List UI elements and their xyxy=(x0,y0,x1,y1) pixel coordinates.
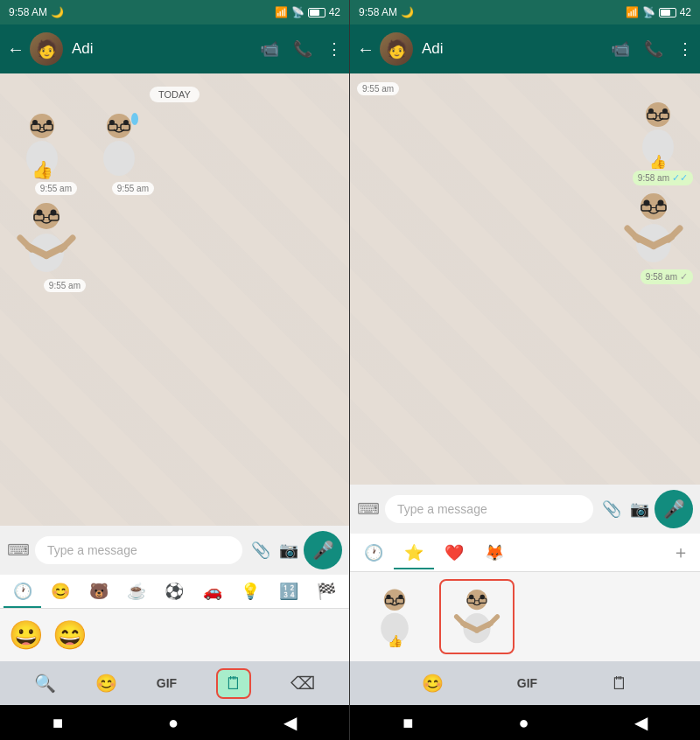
left-message-input[interactable]: Type a message xyxy=(35,536,242,564)
status-time-left: 9:58 AM 🌙 xyxy=(9,6,64,18)
left-avatar[interactable]: 🧑 xyxy=(30,32,63,66)
left-keyboard-icon[interactable]: ⌨ xyxy=(7,541,30,560)
left-chat-header: ← 🧑 Adi 📹 📞 ⋮ xyxy=(0,24,349,73)
emoji-tab-food[interactable]: ☕ xyxy=(117,575,155,608)
emoji-tab-symbols[interactable]: 🔢 xyxy=(270,575,307,608)
svg-point-27 xyxy=(646,102,670,127)
right-nav-bar: ■ ● ◀ xyxy=(350,705,700,740)
sticker-tab-recent[interactable]: 🕐 xyxy=(354,536,394,569)
svg-line-26 xyxy=(61,238,73,249)
right-phone-icon[interactable]: 📞 xyxy=(644,39,663,59)
right-battery-box xyxy=(659,8,676,17)
right-message-input[interactable]: Type a message xyxy=(385,495,593,523)
right-avatar[interactable]: 🧑 xyxy=(380,32,413,66)
left-kb-sticker[interactable]: 🗒 xyxy=(216,668,251,699)
right-phone-panel: 9:58 AM 🌙 📶 📡 42 ← 🧑 Adi 📹 📞 ⋮ 9:55 xyxy=(350,0,700,740)
emoji-tab-recent[interactable]: 🕐 xyxy=(4,575,41,608)
right-wifi-icon: 📶 xyxy=(626,6,639,18)
left-time-3: 9:55 am xyxy=(44,279,86,292)
emoji-tab-objects[interactable]: 💡 xyxy=(232,575,270,608)
left-kb-backspace[interactable]: ⌫ xyxy=(290,673,315,694)
right-kb-gif[interactable]: GIF xyxy=(517,676,537,690)
left-time: 9:58 AM xyxy=(9,6,47,18)
svg-point-0 xyxy=(30,114,54,138)
right-sticker-item-1[interactable]: 👍 xyxy=(357,579,432,654)
left-nav-square[interactable]: ■ xyxy=(52,713,63,733)
left-video-call-icon[interactable]: 📹 xyxy=(260,39,279,59)
emoji-beaming[interactable]: 😄 xyxy=(51,616,89,654)
left-more-icon[interactable]: ⋮ xyxy=(326,39,342,59)
left-bottom-keyboard: 🔍 😊 GIF 🗒 ⌫ xyxy=(0,661,349,705)
sticker-tab-star[interactable]: ⭐ xyxy=(394,536,434,569)
avatar-image: 🧑 xyxy=(30,32,63,66)
emoji-tab-sports[interactable]: ⚽ xyxy=(156,575,193,608)
left-status-bar: 9:58 AM 🌙 📶 📡 42 xyxy=(0,0,349,24)
left-kb-search[interactable]: 🔍 xyxy=(34,673,56,694)
right-time-sent-1: 9:58 am ✓✓ xyxy=(633,171,693,185)
right-sticker-item-2[interactable] xyxy=(439,579,514,654)
right-attach-icon[interactable]: 📎 xyxy=(602,499,621,519)
right-kb-emoji[interactable]: 😊 xyxy=(422,673,444,694)
left-emoji-grid: 😀 😄 xyxy=(0,609,349,661)
right-status-icons: 📶 📡 42 xyxy=(626,6,691,18)
wifi-icon: 📶 xyxy=(275,6,288,18)
emoji-tab-smiley[interactable]: 😊 xyxy=(41,575,79,608)
sticker-tab-fox[interactable]: 🦊 xyxy=(474,536,514,569)
sticker-tab-heart[interactable]: ❤️ xyxy=(434,536,474,569)
left-kb-emoji[interactable]: 😊 xyxy=(95,673,117,694)
left-attach-icon[interactable]: 📎 xyxy=(251,541,270,560)
right-chat-area: 9:55 am 👍 9:58 am ✓✓ xyxy=(350,73,700,485)
right-nav-circle[interactable]: ● xyxy=(518,713,528,733)
right-battery-fill xyxy=(661,10,670,16)
right-camera-icon[interactable]: 📷 xyxy=(630,499,649,519)
right-nav-back[interactable]: ◀ xyxy=(634,712,648,733)
right-sticker-shrug xyxy=(614,189,693,268)
left-nav-back[interactable]: ◀ xyxy=(284,712,297,733)
right-avatar-image: 🧑 xyxy=(380,32,413,66)
right-contact-name[interactable]: Adi xyxy=(422,40,611,58)
left-sticker-row-1: 👍 9:55 am xyxy=(7,110,154,195)
time-text-1: 9:55 am xyxy=(40,184,72,193)
emoji-tab-animal[interactable]: 🐻 xyxy=(80,575,117,608)
right-battery-pct: 42 xyxy=(680,6,691,18)
left-back-button[interactable]: ← xyxy=(7,39,24,59)
left-phone-icon[interactable]: 📞 xyxy=(293,39,312,59)
right-sticker-grid: 👍 xyxy=(350,572,700,661)
right-bottom-keyboard: 😊 GIF 🗒 xyxy=(350,661,700,705)
right-signal-icon: 📡 xyxy=(642,6,655,18)
left-contact-name[interactable]: Adi xyxy=(72,40,260,58)
svg-text:👍: 👍 xyxy=(388,634,403,647)
svg-line-25 xyxy=(20,238,32,249)
emoji-tab-flags[interactable]: 🏁 xyxy=(308,575,346,608)
svg-point-9 xyxy=(103,141,135,176)
left-mic-button[interactable]: 🎤 xyxy=(304,531,342,569)
right-input-placeholder: Type a message xyxy=(397,502,487,516)
left-header-icons: 📹 📞 ⋮ xyxy=(260,39,342,59)
right-sticker-thumbs: 👍 xyxy=(623,99,693,169)
right-nav-square[interactable]: ■ xyxy=(402,713,413,733)
left-nav-bar: ■ ● ◀ xyxy=(0,705,349,740)
emoji-tab-travel[interactable]: 🚗 xyxy=(193,575,231,608)
right-video-call-icon[interactable]: 📹 xyxy=(611,39,630,59)
right-header-icons: 📹 📞 ⋮ xyxy=(611,39,693,59)
sticker-thumbsup: 👍 xyxy=(7,110,77,180)
sticker-shrug xyxy=(7,199,86,277)
sticker-sweat xyxy=(84,110,154,180)
right-check-1: ✓✓ xyxy=(672,172,688,184)
svg-point-16 xyxy=(33,203,60,229)
left-camera-icon[interactable]: 📷 xyxy=(279,541,298,560)
right-mic-button[interactable]: 🎤 xyxy=(654,490,693,528)
right-keyboard-icon[interactable]: ⌨ xyxy=(357,499,380,519)
sticker-add-pack[interactable]: ＋ xyxy=(665,534,696,571)
left-nav-circle[interactable]: ● xyxy=(168,713,178,733)
time-text-2: 9:55 am xyxy=(117,184,149,193)
right-msg-sent-1: 👍 9:58 am ✓✓ xyxy=(623,99,693,185)
left-kb-gif[interactable]: GIF xyxy=(157,676,177,690)
right-time-sent-2: 9:58 am ✓ xyxy=(640,269,693,284)
emoji-grinning[interactable]: 😀 xyxy=(7,616,46,654)
right-more-icon[interactable]: ⋮ xyxy=(677,39,693,59)
right-sent-time-1: 9:58 am xyxy=(638,173,669,183)
right-back-button[interactable]: ← xyxy=(357,39,374,59)
right-kb-sticker[interactable]: 🗒 xyxy=(611,674,628,694)
right-sticker-tabs: 🕐 ⭐ ❤️ 🦊 ＋ xyxy=(350,534,700,572)
